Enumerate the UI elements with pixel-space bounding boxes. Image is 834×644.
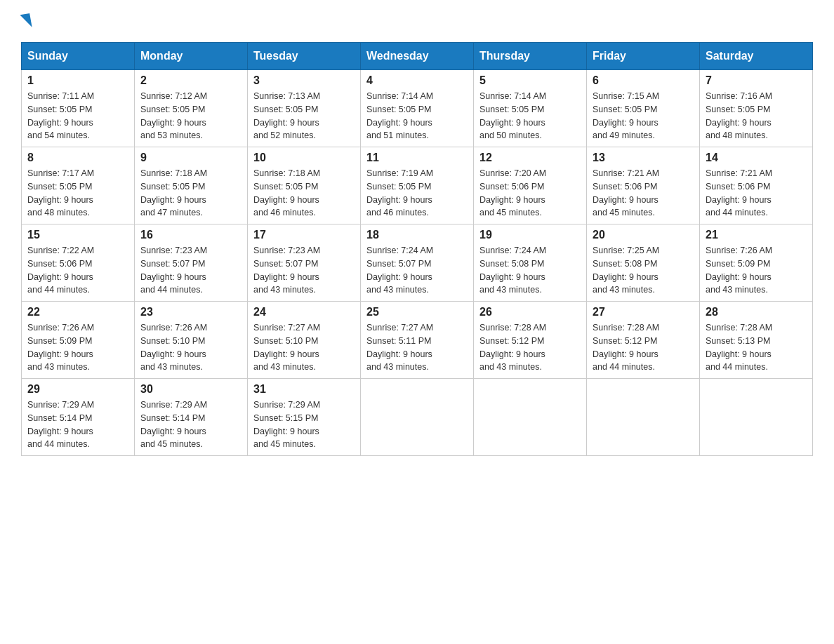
- day-number: 25: [366, 306, 468, 318]
- calendar-cell: 15Sunrise: 7:22 AMSunset: 5:06 PMDayligh…: [22, 224, 135, 302]
- day-info: Sunrise: 7:16 AMSunset: 5:05 PMDaylight:…: [706, 90, 807, 142]
- calendar-cell: 8Sunrise: 7:17 AMSunset: 5:05 PMDaylight…: [22, 147, 135, 224]
- header-saturday: Saturday: [700, 43, 813, 70]
- calendar-cell: 2Sunrise: 7:12 AMSunset: 5:05 PMDaylight…: [135, 70, 248, 147]
- calendar-cell: 11Sunrise: 7:19 AMSunset: 5:05 PMDayligh…: [361, 147, 474, 224]
- calendar-cell: 25Sunrise: 7:27 AMSunset: 5:11 PMDayligh…: [361, 302, 474, 379]
- day-info: Sunrise: 7:24 AMSunset: 5:07 PMDaylight:…: [366, 244, 468, 297]
- logo: [21, 14, 32, 28]
- day-info: Sunrise: 7:17 AMSunset: 5:05 PMDaylight:…: [27, 167, 128, 220]
- day-number: 24: [253, 306, 355, 318]
- day-info: Sunrise: 7:18 AMSunset: 5:05 PMDaylight:…: [140, 167, 241, 220]
- calendar-cell: 14Sunrise: 7:21 AMSunset: 5:06 PMDayligh…: [700, 147, 813, 224]
- calendar-cell: 21Sunrise: 7:26 AMSunset: 5:09 PMDayligh…: [700, 224, 813, 302]
- calendar-cell: 28Sunrise: 7:28 AMSunset: 5:13 PMDayligh…: [700, 302, 813, 379]
- calendar-week-row: 22Sunrise: 7:26 AMSunset: 5:09 PMDayligh…: [22, 302, 813, 379]
- day-number: 19: [479, 229, 581, 241]
- day-info: Sunrise: 7:27 AMSunset: 5:11 PMDaylight:…: [366, 321, 468, 374]
- day-number: 28: [706, 306, 807, 318]
- day-number: 7: [706, 74, 807, 87]
- calendar-cell: 17Sunrise: 7:23 AMSunset: 5:07 PMDayligh…: [248, 224, 361, 302]
- day-number: 5: [479, 74, 581, 87]
- day-number: 16: [140, 229, 241, 241]
- day-info: Sunrise: 7:12 AMSunset: 5:05 PMDaylight:…: [140, 90, 241, 142]
- calendar-week-row: 15Sunrise: 7:22 AMSunset: 5:06 PMDayligh…: [22, 224, 813, 302]
- calendar-week-row: 1Sunrise: 7:11 AMSunset: 5:05 PMDaylight…: [22, 70, 813, 147]
- day-number: 3: [253, 74, 355, 87]
- day-number: 23: [140, 306, 241, 318]
- day-number: 21: [706, 229, 807, 241]
- day-number: 15: [27, 229, 128, 241]
- day-info: Sunrise: 7:28 AMSunset: 5:13 PMDaylight:…: [706, 321, 807, 374]
- day-info: Sunrise: 7:26 AMSunset: 5:10 PMDaylight:…: [140, 321, 241, 374]
- calendar-cell: [474, 379, 587, 456]
- day-number: 2: [140, 74, 241, 87]
- day-info: Sunrise: 7:14 AMSunset: 5:05 PMDaylight:…: [479, 90, 581, 142]
- calendar-cell: 30Sunrise: 7:29 AMSunset: 5:14 PMDayligh…: [135, 379, 248, 456]
- day-info: Sunrise: 7:24 AMSunset: 5:08 PMDaylight:…: [479, 244, 581, 297]
- day-info: Sunrise: 7:26 AMSunset: 5:09 PMDaylight:…: [27, 321, 128, 374]
- calendar-cell: 26Sunrise: 7:28 AMSunset: 5:12 PMDayligh…: [474, 302, 587, 379]
- calendar-cell: 16Sunrise: 7:23 AMSunset: 5:07 PMDayligh…: [135, 224, 248, 302]
- day-number: 1: [27, 74, 128, 87]
- calendar-cell: 13Sunrise: 7:21 AMSunset: 5:06 PMDayligh…: [587, 147, 700, 224]
- day-info: Sunrise: 7:23 AMSunset: 5:07 PMDaylight:…: [253, 244, 355, 297]
- page-header: [21, 14, 813, 28]
- day-info: Sunrise: 7:29 AMSunset: 5:14 PMDaylight:…: [27, 398, 128, 451]
- day-number: 26: [479, 306, 581, 318]
- calendar-week-row: 8Sunrise: 7:17 AMSunset: 5:05 PMDaylight…: [22, 147, 813, 224]
- day-info: Sunrise: 7:18 AMSunset: 5:05 PMDaylight:…: [253, 167, 355, 220]
- calendar-cell: 24Sunrise: 7:27 AMSunset: 5:10 PMDayligh…: [248, 302, 361, 379]
- logo-triangle-icon: [20, 13, 32, 29]
- day-info: Sunrise: 7:20 AMSunset: 5:06 PMDaylight:…: [479, 167, 581, 220]
- calendar-cell: 7Sunrise: 7:16 AMSunset: 5:05 PMDaylight…: [700, 70, 813, 147]
- day-info: Sunrise: 7:21 AMSunset: 5:06 PMDaylight:…: [706, 167, 807, 220]
- day-info: Sunrise: 7:28 AMSunset: 5:12 PMDaylight:…: [593, 321, 694, 374]
- day-number: 18: [366, 229, 468, 241]
- header-sunday: Sunday: [22, 43, 135, 70]
- day-info: Sunrise: 7:13 AMSunset: 5:05 PMDaylight:…: [253, 90, 355, 142]
- day-number: 20: [593, 229, 694, 241]
- day-number: 17: [253, 229, 355, 241]
- calendar-cell: 6Sunrise: 7:15 AMSunset: 5:05 PMDaylight…: [587, 70, 700, 147]
- calendar-cell: 27Sunrise: 7:28 AMSunset: 5:12 PMDayligh…: [587, 302, 700, 379]
- calendar-cell: [587, 379, 700, 456]
- calendar-cell: 10Sunrise: 7:18 AMSunset: 5:05 PMDayligh…: [248, 147, 361, 224]
- day-info: Sunrise: 7:14 AMSunset: 5:05 PMDaylight:…: [366, 90, 468, 142]
- day-number: 29: [27, 383, 128, 396]
- calendar-table: SundayMondayTuesdayWednesdayThursdayFrid…: [21, 42, 813, 456]
- day-info: Sunrise: 7:29 AMSunset: 5:15 PMDaylight:…: [253, 398, 355, 451]
- calendar-cell: 19Sunrise: 7:24 AMSunset: 5:08 PMDayligh…: [474, 224, 587, 302]
- day-number: 9: [140, 152, 241, 164]
- header-wednesday: Wednesday: [361, 43, 474, 70]
- calendar-cell: 18Sunrise: 7:24 AMSunset: 5:07 PMDayligh…: [361, 224, 474, 302]
- calendar-cell: 4Sunrise: 7:14 AMSunset: 5:05 PMDaylight…: [361, 70, 474, 147]
- day-info: Sunrise: 7:26 AMSunset: 5:09 PMDaylight:…: [706, 244, 807, 297]
- day-number: 22: [27, 306, 128, 318]
- day-number: 6: [593, 74, 694, 87]
- calendar-cell: 1Sunrise: 7:11 AMSunset: 5:05 PMDaylight…: [22, 70, 135, 147]
- header-monday: Monday: [135, 43, 248, 70]
- calendar-header-row: SundayMondayTuesdayWednesdayThursdayFrid…: [22, 43, 813, 70]
- day-number: 8: [27, 152, 128, 164]
- day-number: 4: [366, 74, 468, 87]
- calendar-cell: 20Sunrise: 7:25 AMSunset: 5:08 PMDayligh…: [587, 224, 700, 302]
- calendar-cell: 12Sunrise: 7:20 AMSunset: 5:06 PMDayligh…: [474, 147, 587, 224]
- day-number: 11: [366, 152, 468, 164]
- calendar-cell: [361, 379, 474, 456]
- day-info: Sunrise: 7:28 AMSunset: 5:12 PMDaylight:…: [479, 321, 581, 374]
- day-info: Sunrise: 7:19 AMSunset: 5:05 PMDaylight:…: [366, 167, 468, 220]
- header-tuesday: Tuesday: [248, 43, 361, 70]
- calendar-cell: 22Sunrise: 7:26 AMSunset: 5:09 PMDayligh…: [22, 302, 135, 379]
- calendar-week-row: 29Sunrise: 7:29 AMSunset: 5:14 PMDayligh…: [22, 379, 813, 456]
- day-info: Sunrise: 7:23 AMSunset: 5:07 PMDaylight:…: [140, 244, 241, 297]
- logo-blue-text: [21, 14, 32, 28]
- day-number: 30: [140, 383, 241, 396]
- day-info: Sunrise: 7:21 AMSunset: 5:06 PMDaylight:…: [593, 167, 694, 220]
- day-info: Sunrise: 7:22 AMSunset: 5:06 PMDaylight:…: [27, 244, 128, 297]
- calendar-cell: 5Sunrise: 7:14 AMSunset: 5:05 PMDaylight…: [474, 70, 587, 147]
- day-number: 31: [253, 383, 355, 396]
- day-number: 14: [706, 152, 807, 164]
- calendar-cell: 3Sunrise: 7:13 AMSunset: 5:05 PMDaylight…: [248, 70, 361, 147]
- day-number: 27: [593, 306, 694, 318]
